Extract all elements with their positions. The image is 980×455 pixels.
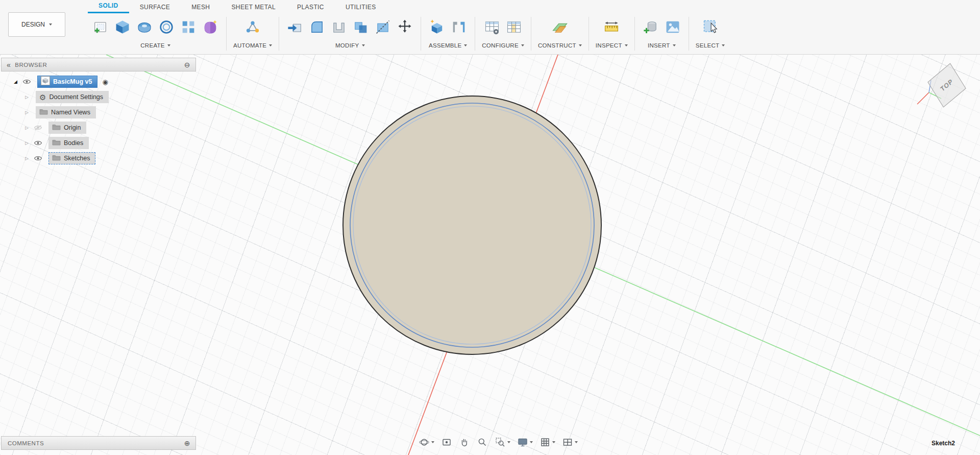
tab-sheet-metal[interactable]: SHEET METAL [220,2,286,13]
create-sketch-button[interactable] [91,18,110,36]
disclosure-collapsed-icon[interactable]: ▷ [23,94,30,100]
configure-button[interactable] [483,18,501,36]
viewcube-face-label: TOP [939,78,954,93]
disclosure-expanded-icon[interactable]: ◢ [12,79,19,84]
pan-button[interactable] [458,436,471,449]
group-label-text: INSPECT [596,42,622,49]
box-button[interactable] [113,18,132,36]
node-chip[interactable]: Origin [48,122,86,134]
combine-button[interactable] [352,18,370,36]
grid-display-button[interactable] [538,436,556,449]
disclosure-collapsed-icon[interactable]: ▷ [23,110,30,115]
comments-title: COMMENTS [8,440,184,446]
chevron-down-icon [552,441,555,443]
disclosure-collapsed-icon[interactable]: ▷ [23,125,30,130]
add-comment-icon[interactable]: ⊕ [184,440,190,447]
new-component-button[interactable] [428,18,446,36]
browser-header: « BROWSER ⊖ [1,58,196,71]
visibility-eye-hidden-icon[interactable] [32,125,44,131]
node-chip[interactable]: Bodies [48,137,89,149]
toolbar-group-select: SELECT [689,13,732,54]
canvas-button[interactable] [664,18,682,36]
construct-menu[interactable]: CONSTRUCT [538,42,582,49]
node-chip[interactable]: ⚙ Document Settings [36,91,109,103]
group-label-text: CONFIGURE [482,42,519,49]
visibility-eye-icon[interactable] [32,155,44,161]
automate-button[interactable] [243,18,262,36]
zoom-icon [477,437,488,448]
tab-mesh[interactable]: MESH [181,2,220,13]
node-label: Document Settings [49,93,103,101]
create-form-button[interactable] [201,18,219,36]
folder-icon [52,154,61,163]
press-pull-button[interactable] [286,18,304,36]
visibility-eye-icon[interactable] [20,79,33,85]
insert-menu[interactable]: INSERT [648,42,676,49]
browser-node-sketches[interactable]: ▷ Sketches [1,151,196,166]
toolbar-group-modify: MODIFY [279,13,421,54]
chevron-down-icon [167,44,170,46]
configure-menu[interactable]: CONFIGURE [482,42,524,49]
shell-button[interactable] [330,18,348,36]
display-settings-icon [517,437,528,448]
tab-solid[interactable]: SOLID [88,0,129,13]
viewports-button[interactable] [561,436,579,449]
automate-menu[interactable]: AUTOMATE [233,42,272,49]
create-menu[interactable]: CREATE [140,42,170,49]
tab-surface[interactable]: SURFACE [129,2,181,13]
folder-icon [52,138,61,148]
rectangular-pattern-button[interactable] [179,18,198,36]
modify-menu[interactable]: MODIFY [335,42,365,49]
browser-title: BROWSER [15,62,184,68]
disclosure-collapsed-icon[interactable]: ▷ [23,156,30,161]
node-chip-active-edit[interactable]: Sketches [48,152,95,164]
inspect-menu[interactable]: INSPECT [596,42,628,49]
orbit-button[interactable] [418,436,435,449]
joint-button[interactable] [450,18,468,36]
collapse-panel-icon[interactable]: « [7,61,11,68]
offset-plane-button[interactable] [551,18,569,36]
mug-body-face[interactable] [343,96,601,354]
select-menu[interactable]: SELECT [696,42,725,49]
visibility-eye-icon[interactable] [32,140,44,146]
comments-header: COMMENTS ⊕ [1,436,196,450]
group-label-text: MODIFY [335,42,359,49]
zoom-window-button[interactable] [494,436,511,449]
toolbar-group-create: CREATE [85,13,226,54]
activate-component-radio-icon[interactable]: ◉ [102,78,108,86]
measure-button[interactable] [602,18,621,36]
select-button[interactable] [701,18,720,36]
grid-display-icon [540,437,551,448]
look-at-button[interactable] [440,436,453,449]
toolbar: SOLID SURFACE MESH SHEET METAL PLASTIC U… [0,0,980,55]
browser-node-origin[interactable]: ▷ Origin [1,120,196,135]
display-settings-button[interactable] [516,436,534,449]
chevron-down-icon [521,44,524,46]
group-label-text: AUTOMATE [233,42,266,49]
browser-node-root[interactable]: ◢ BasicMug v5 ◉ [1,74,196,89]
configuration-table-button[interactable] [505,18,523,36]
browser-node-named-views[interactable]: ▷ Named Views [1,105,196,120]
tab-utilities[interactable]: UTILITIES [335,2,387,13]
browser-node-document-settings[interactable]: ▷ ⚙ Document Settings [1,89,196,105]
component-chip[interactable]: BasicMug v5 [37,76,97,88]
active-sketch-badge: Sketch2 [932,440,955,447]
assemble-menu[interactable]: ASSEMBLE [429,42,467,49]
disclosure-collapsed-icon[interactable]: ▷ [23,140,30,146]
fillet-button[interactable] [308,18,326,36]
node-chip[interactable]: Named Views [36,106,96,118]
move-copy-button[interactable] [396,18,414,36]
minimize-panel-icon[interactable]: ⊖ [184,61,190,68]
group-label-text: INSERT [648,42,670,49]
zoom-button[interactable] [476,436,489,449]
zoom-window-icon [495,437,506,448]
revolve-button[interactable] [135,18,154,36]
split-body-button[interactable] [374,18,392,36]
coil-button[interactable] [157,18,176,36]
tab-plastic[interactable]: PLASTIC [286,2,335,13]
workspace-tabs: SOLID SURFACE MESH SHEET METAL PLASTIC U… [0,0,980,13]
browser-node-bodies[interactable]: ▷ Bodies [1,135,196,151]
design-workspace-menu[interactable]: DESIGN [8,12,65,37]
insert-derive-button[interactable] [642,18,660,36]
chevron-down-icon [530,441,533,443]
